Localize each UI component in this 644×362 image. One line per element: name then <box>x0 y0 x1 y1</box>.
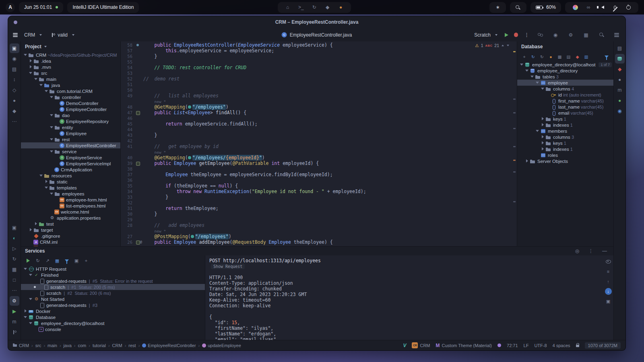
palette-icon[interactable] <box>570 2 580 12</box>
project-tree-item[interactable]: CDemoController <box>21 100 120 106</box>
github-icon[interactable]: ● <box>10 96 19 105</box>
window-titlebar[interactable]: CRM – EmployeeRestController.java <box>8 16 625 28</box>
project-tree-item[interactable]: resources <box>21 173 120 179</box>
edit-icon[interactable]: ▤ <box>565 53 572 61</box>
project-tree-item[interactable]: rest <box>21 136 120 142</box>
project-tree-item[interactable]: static <box>21 179 120 185</box>
code-line[interactable]: 37Employee theEmployee = employeeService… <box>121 172 517 177</box>
project-tree-item[interactable]: JICRM.iml <box>21 239 120 245</box>
project-tree-item[interactable]: controller <box>21 94 120 100</box>
database-icon[interactable] <box>615 54 625 64</box>
code-line[interactable]: new * <box>121 99 517 104</box>
service-tree-item[interactable]: employee_directory@localhost <box>21 320 205 326</box>
service-tree-item[interactable]: generated-requests | #3 <box>21 302 205 308</box>
code-line[interactable]: new * <box>121 228 517 234</box>
http-response-console[interactable]: POST http://localhost:1313/api/employees… <box>205 255 603 340</box>
breadcrumb-item[interactable]: java <box>64 343 72 348</box>
breadcrumb-item[interactable]: rest <box>128 343 136 348</box>
code-line[interactable]: new * <box>121 149 517 155</box>
service-tree-item[interactable]: scratch | #2 Status: 200 (6 ms) <box>21 290 205 296</box>
project-tree-item[interactable]: CEmployeeRestController <box>21 142 120 148</box>
spring-icon[interactable]: ● <box>615 96 625 105</box>
breadcrumb-item[interactable]: main <box>47 343 57 348</box>
database-tree-item[interactable]: employee_directory@localhost1 of 7 <box>517 62 613 68</box>
database-tree-item[interactable]: columns 4 <box>517 86 613 92</box>
service-tree-item[interactable]: ⚙Not Started <box>21 296 205 302</box>
add-icon[interactable]: + <box>520 53 528 61</box>
code-line[interactable]: 47public List<Employee> findAll() { <box>121 110 517 115</box>
link-icon[interactable]: ∞ <box>584 2 593 12</box>
code-line[interactable]: 55 <box>121 59 517 65</box>
settings-icon[interactable]: ◎ <box>572 246 582 256</box>
plugin-v-icon[interactable] <box>403 343 406 348</box>
terminal-icon[interactable]: □ <box>10 275 19 285</box>
endpoints-icon[interactable]: ◉ <box>615 106 625 116</box>
project-tree-item[interactable]: ⚙application.properties <box>21 215 120 221</box>
notifications-icon[interactable]: ▤ <box>615 43 625 53</box>
memory-indicator[interactable]: 1070 of 3072M <box>585 342 621 349</box>
breadcrumb-item[interactable]: EmployeeRestController <box>142 343 196 348</box>
project-tree-item[interactable]: employees <box>21 191 120 197</box>
project-tree-item[interactable]: main <box>21 76 120 82</box>
build-icon[interactable]: ▣ <box>10 223 19 232</box>
service-tree-item[interactable]: >console <box>21 326 205 332</box>
search-everywhere-icon[interactable] <box>597 30 606 40</box>
project-tree-item[interactable]: src <box>21 70 120 76</box>
code-line[interactable]: 27@PostMapping("/employees") <box>121 234 517 239</box>
service-tree-item[interactable]: HTTP Request <box>21 266 205 272</box>
code-line[interactable]: 44 <box>121 127 517 132</box>
search-widget[interactable] <box>510 2 526 13</box>
browser-icon[interactable]: ● <box>336 2 346 12</box>
history-icon[interactable]: ↻ <box>10 254 19 264</box>
code-line[interactable]: 49// list all employees <box>121 93 517 99</box>
run-button[interactable] <box>505 33 508 37</box>
database-tree-item[interactable]: tables 3 <box>517 74 613 80</box>
database-tree-item[interactable]: keys 1 <box>517 116 613 122</box>
more-icon[interactable]: ⋮ <box>586 246 596 256</box>
home-icon[interactable]: ⌂ <box>283 2 293 12</box>
project-tree-item[interactable]: test <box>21 221 120 227</box>
frame-icon[interactable]: ▣ <box>72 257 80 265</box>
service-tree-item[interactable]: Docker <box>21 308 205 314</box>
project-tree-item[interactable]: java <box>21 82 120 88</box>
git-icon[interactable] <box>10 327 19 337</box>
list-icon[interactable]: ≡ <box>604 267 612 276</box>
line-ending[interactable]: LF <box>524 343 529 348</box>
service-tree-item[interactable]: Database <box>21 314 205 320</box>
breadcrumb-item[interactable]: tutorial <box>93 343 106 348</box>
project-tree-item[interactable]: IEmployeeRepository <box>21 118 120 124</box>
breadcrumb-item[interactable]: com <box>78 343 86 348</box>
project-tree-item[interactable]: <>employee-form.html <box>21 197 120 203</box>
code-line[interactable]: 40@GetMapping("/employees/{employeeId}") <box>121 155 517 160</box>
launcher-icon[interactable]: A <box>6 3 15 12</box>
script-icon[interactable]: ◆ <box>574 53 581 61</box>
filter-icon[interactable] <box>63 257 71 265</box>
project-tree-item[interactable]: <>welcome.html <box>21 209 120 215</box>
code-editor[interactable]: ⚠ 1 ABC 21 58public EmployeeRestControll… <box>121 41 517 246</box>
code-line[interactable]: 57this.employeeService = employeeService… <box>121 48 517 53</box>
error-stripe[interactable] <box>513 47 516 245</box>
project-tree-item[interactable]: .gitignore <box>21 233 120 239</box>
project-tree-item[interactable]: CCrmApplication <box>21 167 120 173</box>
tools-icon[interactable]: ⚙ <box>566 30 576 40</box>
maven-icon[interactable]: m <box>10 317 19 327</box>
database-tree-item[interactable]: indexes 1 <box>517 146 613 152</box>
vcs-icon[interactable]: ↕ <box>10 75 19 84</box>
copy-icon[interactable]: ▣ <box>604 297 612 305</box>
add-icon[interactable]: + <box>82 257 90 265</box>
database-tree-item[interactable]: last_name varchar(45) <box>517 104 613 110</box>
prev-problem-icon[interactable] <box>501 44 504 47</box>
service-tree-item[interactable]: scratch | #1 Status: 200 (5 ms) <box>21 284 205 290</box>
code-line[interactable]: 56} <box>121 53 517 59</box>
code-line[interactable]: 34throw new RuntimeException("Employee i… <box>121 189 517 194</box>
refresh-icon[interactable]: ↻ <box>529 53 537 61</box>
indicator-dot[interactable] <box>497 343 501 347</box>
debug-button[interactable] <box>514 33 518 37</box>
users-icon[interactable] <box>535 30 545 40</box>
editor-code-area[interactable]: 58public EmployeeRestController(Employee… <box>121 41 517 246</box>
code-line[interactable]: 53 <box>121 70 517 76</box>
services-icon[interactable]: ⚙ <box>10 296 19 306</box>
code-line[interactable]: 33} <box>121 194 517 200</box>
theme-widget[interactable]: Custom Theme (Material) <box>436 343 492 348</box>
play-small-icon[interactable]: ▷ <box>10 244 19 253</box>
